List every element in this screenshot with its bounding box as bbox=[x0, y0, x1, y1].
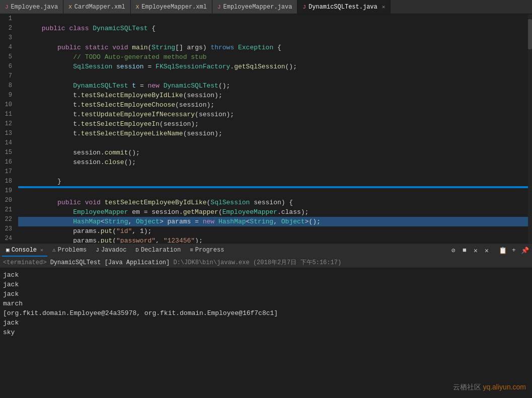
gutter-line-14: 14 bbox=[0, 138, 12, 148]
gutter-line-1: 1 bbox=[0, 14, 12, 24]
console-scroll-lock-button[interactable]: 📋 bbox=[498, 246, 508, 256]
tab-icon-cardmapper: X bbox=[68, 4, 72, 10]
console-tab-console[interactable]: ▣ Console ✕ bbox=[2, 245, 47, 257]
gutter-line-20: 20 bbox=[0, 196, 12, 205]
gutter-line-5: 5 bbox=[0, 52, 12, 62]
tab-employeemapper-java[interactable]: J EmployeeMapper.java bbox=[212, 0, 297, 14]
gutter-line-24: 24 bbox=[0, 234, 12, 243]
console-icon: ▣ bbox=[6, 247, 10, 253]
tab-label-cardmapper: CardMapper.xml bbox=[74, 4, 125, 11]
console-tab-label: Console bbox=[12, 247, 37, 254]
console-stop-button[interactable]: ■ bbox=[460, 246, 470, 256]
console-tab-declaration[interactable]: D Declaration bbox=[131, 245, 185, 257]
tab-cardmapper-xml[interactable]: X CardMapper.xml bbox=[63, 0, 130, 14]
gutter-line-2: 2 bbox=[0, 24, 12, 33]
console-output-line-7: sky bbox=[3, 328, 529, 337]
gutter-line-18: 18 bbox=[0, 177, 12, 186]
code-line-7: DynamicSQLTest t = new DynamicSQLTest(); bbox=[18, 71, 528, 81]
console-status-bar: <terminated> DynamicSQLTest [Java Applic… bbox=[0, 257, 532, 268]
console-output-line-1: jack bbox=[3, 270, 529, 280]
gutter-line-7: 7 bbox=[0, 71, 12, 81]
tab-label-employeemapper-java: EmployeeMapper.java bbox=[223, 4, 292, 11]
tab-icon-dynamicsqltest: J bbox=[302, 4, 306, 10]
javadoc-tab-label: Javadoc bbox=[101, 247, 126, 254]
status-app-name: DynamicSQLTest [Java Application] bbox=[50, 259, 174, 266]
scroll-thumb bbox=[528, 19, 532, 49]
gutter-line-17: 17 bbox=[0, 167, 12, 177]
console-output-line-4: march bbox=[3, 299, 529, 308]
editor-area: 1 2 3 4 5 6 7 8 9 10 11 12 13 14 15 16 1… bbox=[0, 14, 532, 243]
tab-icon-employeemapper-xml: X bbox=[136, 4, 139, 10]
code-line-19: public void testSelectEmployeeByIdLike(S… bbox=[18, 188, 528, 198]
code-line-14: session.commit(); bbox=[18, 138, 528, 148]
code-content[interactable]: public class DynamicSQLTest { public sta… bbox=[15, 14, 528, 243]
scrollbar[interactable] bbox=[528, 14, 532, 243]
separator bbox=[493, 246, 497, 256]
declaration-icon: D bbox=[135, 247, 139, 253]
tab-label-dynamicsqltest: DynamicSQLTest.java bbox=[309, 4, 377, 11]
tab-icon-employeemapper-java: J bbox=[217, 4, 221, 10]
gutter-line-4: 4 bbox=[0, 43, 12, 52]
gutter-line-6: 6 bbox=[0, 62, 12, 71]
status-path: D:\JDK8\bin\javaw.exe (2018年2月7日 下午5:16:… bbox=[173, 259, 341, 266]
tab-employee-java[interactable]: J Employee.java bbox=[0, 0, 63, 14]
bottom-panel: ▣ Console ✕ ⚠ Problems J Javadoc D Decla… bbox=[0, 243, 532, 396]
console-new-button[interactable]: + bbox=[509, 246, 519, 256]
console-output-line-2: jack bbox=[3, 280, 529, 289]
gutter-line-11: 11 bbox=[0, 110, 12, 119]
console-pin-button[interactable]: 📌 bbox=[520, 246, 530, 256]
console-output-line-5: [org.fkit.domain.Employee@24a35978, org.… bbox=[3, 308, 529, 318]
gutter-line-10: 10 bbox=[0, 100, 12, 110]
problems-tab-label: Problems bbox=[58, 247, 87, 254]
gutter-line-13: 13 bbox=[0, 129, 12, 138]
tab-employeemapper-xml[interactable]: X EmployeeMapper.xml bbox=[131, 0, 212, 14]
console-tab-problems[interactable]: ⚠ Problems bbox=[48, 245, 91, 257]
console-close-button[interactable]: ✕ bbox=[471, 246, 481, 256]
gutter-line-23: 23 bbox=[0, 224, 12, 234]
tab-close-button[interactable]: ✕ bbox=[382, 4, 386, 10]
code-line-18 bbox=[18, 177, 528, 186]
console-tab-progress[interactable]: ≡ Progress bbox=[186, 245, 228, 257]
status-terminated-label: <terminated> bbox=[3, 259, 50, 266]
console-clear-button[interactable]: ⊘ bbox=[448, 246, 459, 256]
problems-icon: ⚠ bbox=[52, 247, 56, 253]
progress-icon: ≡ bbox=[190, 247, 193, 253]
console-output: jack jack jack march [org.fkit.domain.Em… bbox=[0, 268, 532, 396]
code-line-17: } bbox=[18, 167, 528, 177]
gutter-line-19: 19 bbox=[0, 186, 12, 196]
javadoc-icon: J bbox=[96, 247, 99, 253]
line-numbers: 1 2 3 4 5 6 7 8 9 10 11 12 13 14 15 16 1… bbox=[0, 14, 15, 243]
code-line-1: public class DynamicSQLTest { bbox=[18, 14, 528, 24]
gutter-line-16: 16 bbox=[0, 157, 12, 167]
gutter-line-9: 9 bbox=[0, 91, 12, 100]
gutter-line-3: 3 bbox=[0, 33, 12, 43]
code-line-3: public static void main(String[] args) t… bbox=[18, 33, 528, 43]
console-output-line-3: jack bbox=[3, 289, 529, 299]
console-output-line-6: jack bbox=[3, 318, 529, 328]
console-minimize-button[interactable]: ✕ bbox=[482, 246, 492, 256]
tab-icon-employee: J bbox=[5, 4, 9, 10]
gutter-line-21: 21 bbox=[0, 205, 12, 215]
gutter-line-22: 22 bbox=[0, 215, 12, 224]
console-close[interactable]: ✕ bbox=[40, 247, 43, 253]
console-tab-bar: ▣ Console ✕ ⚠ Problems J Javadoc D Decla… bbox=[0, 243, 532, 257]
tab-label-employeemapper-xml: EmployeeMapper.xml bbox=[141, 4, 207, 11]
tab-label-employee: Employee.java bbox=[11, 4, 58, 11]
console-tab-javadoc[interactable]: J Javadoc bbox=[92, 245, 130, 257]
console-actions: ⊘ ■ ✕ ✕ 📋 + 📌 bbox=[448, 246, 530, 256]
progress-tab-label: Progress bbox=[195, 247, 224, 254]
gutter-line-15: 15 bbox=[0, 148, 12, 157]
tab-bar: J Employee.java X CardMapper.xml X Emplo… bbox=[0, 0, 532, 14]
gutter-line-12: 12 bbox=[0, 119, 12, 129]
gutter-line-8: 8 bbox=[0, 81, 12, 91]
tab-dynamicsqltest-java[interactable]: J DynamicSQLTest.java ✕ bbox=[297, 0, 391, 14]
declaration-tab-label: Declaration bbox=[141, 247, 181, 254]
